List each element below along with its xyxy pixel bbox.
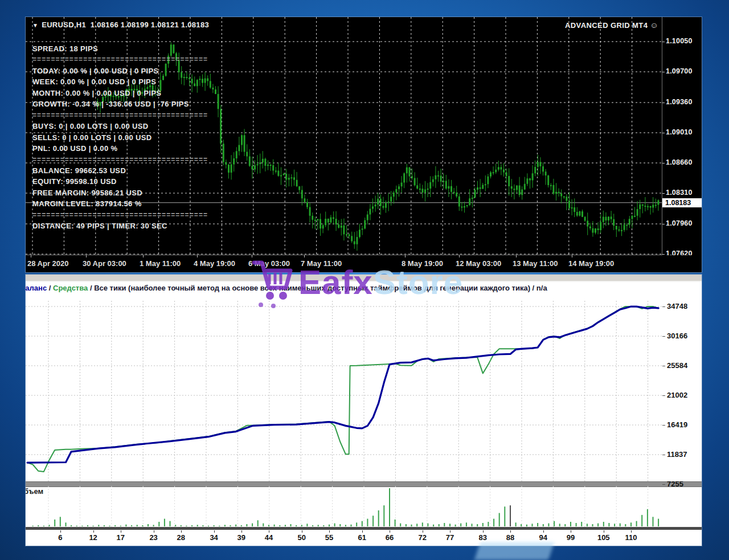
trade-axis-label: 17 [112,533,129,542]
price-scale-label: 1.09010 [666,128,693,136]
trade-axis-label: 23 [145,533,162,542]
date-axis-label: 14 May 19:00 [568,259,614,268]
tester-scale-label: 7255 [667,480,683,488]
trade-axis-label: 77 [441,533,458,542]
panel-line: FREE MARGIN: 99586.21 USD [32,187,260,198]
price-scale-label: 1.08660 [666,158,693,166]
panel-line: SELLS: 0 | 0.00 LOTS | 0.00 USD [32,132,260,143]
date-axis-label: 13 May 11:00 [513,259,558,268]
symbol-name: EURUSD,H1 [42,21,86,29]
date-axis-label: 6 May 03:00 [248,259,290,268]
tester-scale-label: 21002 [667,391,687,399]
trade-axis-label: 6 [52,533,69,542]
tester-scale-label: 34748 [667,302,687,310]
balance-line [27,306,658,463]
price-scale-label: 1.08310 [666,189,693,197]
trade-axis-label: 12 [85,533,102,542]
ea-info-panel: SPREAD: 18 PIPS=========================… [32,43,260,232]
tester-scale-label: 11837 [667,450,687,459]
mt4-chart-window: ▼EURUSD,H1 1.08166 1.08199 1.08121 1.081… [26,17,702,272]
panel-separator: ====================================== [32,110,260,121]
current-price-badge: 1.08183 [662,198,702,207]
tester-value-scale: 3474830166255842100216419118377255 [667,275,701,546]
ohlc-values: 1.08166 1.08199 1.08121 1.08183 [91,21,209,29]
plot-scale-separator [662,17,662,255]
ea-status-smiley-icon[interactable]: ☺ [650,21,658,30]
price-scale-label: 1.09360 [666,98,693,106]
trade-axis-label: 94 [535,533,552,542]
tester-scale-label: 16419 [667,420,687,429]
date-axis-label: 1 May 11:00 [140,259,181,268]
tester-scale-label: 30166 [667,332,687,340]
panel-line: EQUITY: 99598.10 USD [32,176,260,187]
trade-axis-label: 88 [502,533,519,542]
panel-separator: ====================================== [32,54,260,65]
volume-pane-label: Объем [26,487,43,496]
equity-curve-plot [26,301,662,481]
desktop-background: ▼EURUSD,H1 1.08166 1.08199 1.08121 1.081… [0,0,729,560]
date-axis-label: 4 May 19:00 [194,259,235,268]
tester-graph-title: Баланс / Средства / Все тики (наиболее т… [26,284,547,292]
volume-svg [26,486,662,527]
trade-axis-label: 83 [474,533,492,542]
trade-axis-label: 110 [622,533,640,542]
symbol-dropdown-arrow[interactable]: ▼ [32,22,38,28]
tester-method-text: / Все тики (наиболее точный метод на осн… [88,284,547,292]
panel-line: MARGIN LEVEL: 837914.56 % [32,198,260,209]
panel-separator: ====================================== [32,210,260,220]
panel-separator: ====================================== [32,154,260,165]
trade-axis-label: 66 [381,533,398,542]
trade-axis-label: 105 [595,533,612,542]
trade-axis-label: 99 [562,533,579,542]
trade-number-axis: 6121723283439445055616672778388949910511… [26,530,702,546]
trade-axis-label: 55 [321,533,338,542]
trade-axis-label: 50 [293,533,310,542]
date-axis-label: 8 May 19:00 [402,259,443,268]
volume-plot [26,486,662,527]
price-scale-label: 1.07960 [666,219,693,227]
strategy-tester-window: Баланс / Средства / Все тики (наиболее т… [26,275,702,546]
panel-line: MONTH: 0.00 % | 0.00 USD | 0 PIPS [32,88,260,99]
date-axis: 28 Apr 202030 Apr 03:001 May 11:004 May … [26,255,702,272]
equity-svg [26,301,662,481]
tester-scale-label: 25584 [667,361,687,370]
panel-line: WEEK: 0.00 % | 0.00 USD | 0 PIPS [32,76,260,87]
price-scale-label: 1.10050 [666,37,693,45]
symbol-title: ▼EURUSD,H1 1.08166 1.08199 1.08121 1.081… [32,21,209,29]
legend-equity: Средства [53,284,88,292]
trade-axis-label: 61 [354,533,371,542]
date-axis-label: 28 Apr 2020 [27,259,69,268]
date-axis-label: 12 May 03:00 [456,259,501,268]
panel-line: GROWTH: -0.34 % | -336.06 USD | -76 PIPS [32,99,260,109]
date-axis-label: 30 Apr 03:00 [83,259,126,268]
panel-line: SPREAD: 18 PIPS [32,43,260,54]
panel-line: BUYS: 0 | 0.00 LOTS | 0.00 USD [32,121,260,132]
price-scale-label: 1.09700 [666,67,693,75]
trade-axis-label: 44 [260,533,277,542]
panel-line: DISTANCE: 49 PIPS | TIMER: 30 SEC [32,220,260,231]
trade-axis-label: 28 [173,533,190,542]
tester-top-strip [26,275,702,282]
price-scale: 1.100501.097001.093601.090101.086601.083… [666,17,701,255]
trade-axis-label: 34 [206,533,223,542]
legend-balance: Баланс [26,284,47,292]
trade-axis-label: 39 [233,533,250,542]
panel-line: BALANCE: 99662.53 USD [32,165,260,176]
panel-line: PNL: 0.00 USD | 0.00 % [32,143,260,154]
desktop-light-band [474,542,554,560]
panel-line: TODAY: 0.00 % | 0.00 USD | 0 PIPS [32,66,260,76]
ea-name-label: ADVANCED GRID MT4 ☺ [565,21,658,30]
trade-axis-label: 72 [414,533,431,542]
date-axis-label: 7 May 11:00 [301,259,342,268]
